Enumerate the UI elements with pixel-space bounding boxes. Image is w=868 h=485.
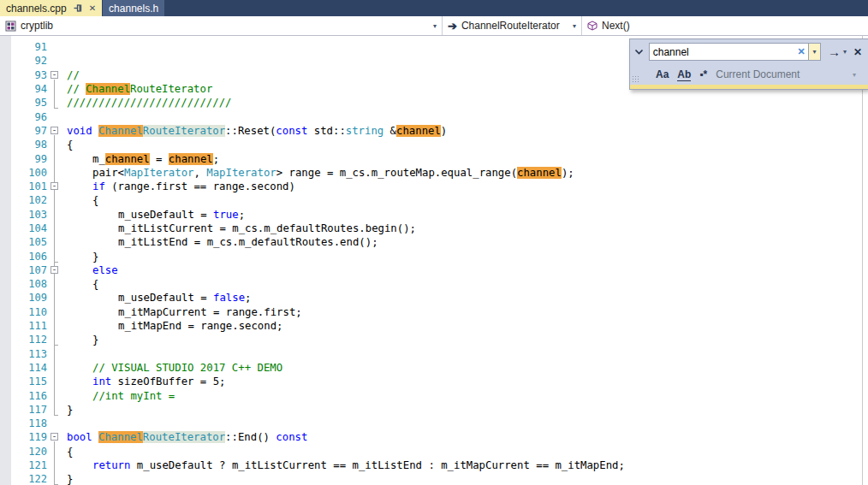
code-text[interactable]: m_itMapCurrent = range.first; [67,306,868,318]
outline-margin [47,305,67,319]
line-number: 120 [0,446,47,458]
code-line-119[interactable]: 119-bool ChannelRouteIterator::End() con… [0,430,868,444]
code-line-106[interactable]: 106} [0,249,868,263]
code-line-112[interactable]: 112} [0,333,868,346]
code-line-116[interactable]: 116//int myInt = [0,388,868,402]
code-text[interactable]: m_useDefault = false; [67,292,868,304]
outline-margin [47,54,67,68]
code-line-107[interactable]: 107-else [0,263,868,277]
search-scope-dropdown[interactable]: Current Document [716,68,853,80]
code-line-98[interactable]: 98{ [0,138,868,151]
code-text[interactable]: m_channel = channel; [67,153,868,165]
code-line-97[interactable]: 97-void ChannelRouteIterator::Reset(cons… [0,124,868,138]
code-line-99[interactable]: 99m_channel = channel; [0,151,868,165]
code-line-114[interactable]: 114// VISUAL STUDIO 2017 C++ DEMO [0,361,868,375]
code-line-104[interactable]: 104m_itListCurrent = m_cs.m_defaultRoute… [0,222,868,235]
project-dropdown[interactable]: cryptlib ▾ [0,16,443,35]
code-text[interactable]: { [67,194,868,206]
code-line-100[interactable]: 100pair<MapIterator, MapIterator> range … [0,166,868,180]
code-text[interactable]: } [67,251,868,263]
code-line-102[interactable]: 102{ [0,193,868,207]
code-line-109[interactable]: 109m_useDefault = false; [0,291,868,305]
code-text[interactable]: m_itListEnd = m_cs.m_defaultRoutes.end()… [67,236,868,248]
code-line-96[interactable]: 96 [0,109,868,123]
collapse-box-icon[interactable]: - [51,71,58,79]
code-line-108[interactable]: 108{ [0,277,868,291]
member-dropdown[interactable]: Next() [582,16,868,35]
resize-grip[interactable] [632,75,639,84]
code-token: void [67,125,98,137]
code-text[interactable]: ////////////////////////// [67,97,868,109]
search-input[interactable] [650,46,794,58]
chevron-down-icon: ▾ [853,71,856,79]
code-text[interactable]: m_useDefault = true; [67,209,868,221]
code-token: { [67,139,73,151]
code-line-118[interactable]: 118 [0,417,868,430]
code-line-121[interactable]: 121return m_useDefault ? m_itListCurrent… [0,458,868,472]
code-text[interactable]: pair<MapIterator, MapIterator> range = m… [67,167,868,179]
code-text[interactable]: return m_useDefault ? m_itListCurrent ==… [67,459,868,471]
code-line-101[interactable]: 101-if (range.first == range.second) [0,180,868,193]
match-case-button[interactable]: Aa [656,68,669,80]
vertical-scrollbar[interactable] [862,36,863,485]
code-token: m_itMapCurrent = range.first; [118,306,302,318]
collapse-box-icon[interactable]: - [51,127,58,134]
code-text[interactable]: { [67,139,868,151]
code-text[interactable]: } [67,404,868,416]
code-line-117[interactable]: 117} [0,403,868,417]
search-match-highlight: channel [169,153,213,165]
code-text[interactable]: //int myInt = [67,390,868,402]
code-text[interactable]: void ChannelRouteIterator::Reset(const s… [67,125,868,137]
code-text[interactable]: else [67,264,868,276]
line-number: 100 [0,167,47,179]
code-text[interactable]: { [67,278,868,290]
code-token: true [213,209,239,221]
code-token: } [67,473,73,485]
line-number: 110 [0,306,47,318]
tab-channels-cpp[interactable]: channels.cpp ✕ [0,0,102,16]
code-line-110[interactable]: 110m_itMapCurrent = range.first; [0,305,868,319]
code-line-111[interactable]: 111m_itMapEnd = range.second; [0,319,868,333]
code-text[interactable]: m_itListCurrent = m_cs.m_defaultRoutes.b… [67,222,868,234]
code-text[interactable]: // VISUAL STUDIO 2017 C++ DEMO [67,362,868,374]
find-next-button[interactable]: → [828,46,841,58]
code-editor[interactable]: 90#endif919293-//94// ChannelRouteIterat… [0,36,868,485]
regex-button[interactable]: ▪* [699,68,707,80]
code-line-115[interactable]: 115int sizeOfBuffer = 5; [0,375,868,388]
search-match-highlight: Channel [86,83,130,95]
line-number: 99 [0,153,47,165]
collapse-box-icon[interactable]: - [51,266,58,274]
close-find-icon[interactable]: ✕ [853,46,862,58]
expand-replace-chevron-icon[interactable] [630,49,649,56]
close-tab-icon[interactable]: ✕ [89,4,96,13]
method-icon [587,21,597,31]
code-text[interactable]: bool ChannelRouteIterator::End() const [67,431,868,443]
code-token: m_useDefault = [118,292,213,304]
code-text[interactable]: { [67,446,868,458]
code-text[interactable]: } [67,473,868,485]
code-text[interactable]: } [67,334,868,346]
code-line-113[interactable]: 113 [0,347,868,361]
code-token: ; [245,292,251,304]
collapse-box-icon[interactable]: - [51,182,58,190]
code-line-103[interactable]: 103m_useDefault = true; [0,208,868,222]
whole-word-button[interactable]: Ab [677,68,691,80]
tab-channels-h[interactable]: channels.h [103,0,164,16]
code-text[interactable]: m_itMapEnd = range.second; [67,320,868,332]
code-line-122[interactable]: 122} [0,472,868,485]
line-number: 97 [0,125,47,137]
project-dropdown-label: cryptlib [21,20,53,32]
code-text[interactable]: if (range.first == range.second) [67,180,868,192]
collapse-box-icon[interactable]: - [51,433,58,441]
code-line-95[interactable]: 95////////////////////////// [0,96,868,109]
type-dropdown[interactable]: ➔ ChannelRouteIterator ▾ [443,16,582,35]
code-text[interactable]: int sizeOfBuffer = 5; [67,376,868,387]
search-history-dropdown[interactable]: ▾ [808,43,821,61]
code-line-120[interactable]: 120{ [0,445,868,458]
code-token: RouteIterator [130,83,212,95]
pin-icon[interactable] [74,3,83,13]
code-line-105[interactable]: 105m_itListEnd = m_cs.m_defaultRoutes.en… [0,235,868,249]
code-token: ; [239,209,245,221]
clear-search-icon[interactable]: ✕ [794,46,808,57]
find-options-dropdown-icon[interactable]: ▾ [843,48,847,56]
